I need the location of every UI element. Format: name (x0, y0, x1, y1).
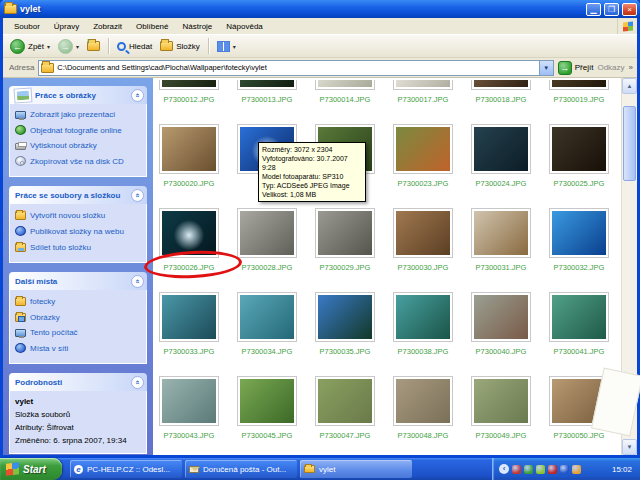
address-input[interactable]: C:\Documents and Settings\cad\Plocha\Wal… (38, 60, 553, 76)
file-thumbnail[interactable] (315, 208, 375, 258)
restore-button[interactable]: ❐ (604, 3, 619, 16)
task-print-pictures[interactable]: Vytisknout obrázky (15, 141, 143, 150)
file-name[interactable]: P7300030.JPG (393, 263, 453, 273)
file-name[interactable]: P7300049.JPG (471, 431, 531, 441)
place-network[interactable]: Místa v síti (15, 343, 143, 353)
file-name[interactable]: P7300032.JPG (549, 263, 609, 273)
file-name[interactable]: P7300014.JPG (315, 95, 375, 105)
file-name[interactable]: P7300023.JPG (393, 179, 453, 189)
search-button[interactable]: Hledat (114, 40, 155, 53)
file-thumbnail[interactable] (549, 124, 609, 174)
file-thumbnail[interactable] (315, 80, 375, 90)
file-name[interactable]: P7300035.JPG (315, 347, 375, 357)
panel-details-header[interactable]: Podrobnosti « (9, 373, 147, 391)
back-dropdown-icon[interactable]: ▾ (47, 43, 50, 50)
file-name[interactable]: P7300045.JPG (237, 431, 297, 441)
file-name[interactable]: P7300034.JPG (237, 347, 297, 357)
tray-icon-3[interactable] (536, 465, 545, 474)
file-thumbnail[interactable] (315, 376, 375, 426)
file-name[interactable]: P7300018.JPG (471, 95, 531, 105)
start-button[interactable]: Start (0, 458, 62, 480)
file-thumbnail[interactable] (393, 124, 453, 174)
folders-button[interactable]: Složky (157, 39, 203, 53)
file-name[interactable]: P7300017.JPG (393, 95, 453, 105)
taskbar-task-button[interactable]: ePC-HELP.CZ :: Odesl... (70, 460, 182, 478)
file-thumbnail[interactable] (315, 292, 375, 342)
file-name[interactable]: P7300031.JPG (471, 263, 531, 273)
file-name[interactable]: P7300029.JPG (315, 263, 375, 273)
file-thumbnail[interactable] (159, 292, 219, 342)
file-thumbnail[interactable] (159, 376, 219, 426)
file-thumbnail[interactable] (237, 208, 297, 258)
links-chevron-icon[interactable]: » (629, 63, 634, 72)
links-label[interactable]: Odkazy (597, 63, 624, 72)
collapse-chevron-icon[interactable]: « (131, 89, 144, 102)
collapse-chevron-icon[interactable]: « (131, 376, 144, 389)
minimize-button[interactable]: ▁ (586, 3, 601, 16)
file-name[interactable]: P7300038.JPG (393, 347, 453, 357)
file-name[interactable]: P7300028.JPG (237, 263, 297, 273)
menu-item-nástroje[interactable]: Nástroje (176, 20, 220, 33)
collapse-chevron-icon[interactable]: « (131, 189, 144, 202)
tray-chevron-icon[interactable]: ‹ (499, 464, 509, 474)
taskbar-clock[interactable]: 15:02 (612, 465, 632, 474)
file-thumbnail[interactable] (471, 376, 531, 426)
task-share-folder[interactable]: Sdílet tuto složku (15, 242, 143, 252)
file-name[interactable]: P7300019.JPG (549, 95, 609, 105)
up-button[interactable]: ↑ (84, 39, 103, 53)
address-path[interactable]: C:\Documents and Settings\cad\Plocha\Wal… (57, 63, 535, 72)
file-thumbnail[interactable] (471, 292, 531, 342)
file-name[interactable]: P7300025.JPG (549, 179, 609, 189)
file-name[interactable]: P7300048.JPG (393, 431, 453, 441)
task-view-slideshow[interactable]: Zobrazit jako prezentaci (15, 110, 143, 119)
file-thumbnail[interactable] (237, 292, 297, 342)
task-order-prints[interactable]: Objednat fotografie online (15, 125, 143, 135)
file-name[interactable]: P7300024.JPG (471, 179, 531, 189)
tray-icon-1[interactable] (512, 465, 521, 474)
file-thumbnail[interactable] (159, 124, 219, 174)
menu-item-zobrazit[interactable]: Zobrazit (86, 20, 129, 33)
file-thumbnail[interactable] (393, 208, 453, 258)
collapse-chevron-icon[interactable]: « (131, 275, 144, 288)
tray-icon-2[interactable] (524, 465, 533, 474)
forward-button[interactable]: → ▾ (55, 37, 82, 56)
file-name[interactable]: P7300047.JPG (315, 431, 375, 441)
task-copy-to-cd[interactable]: Zkopírovat vše na disk CD (15, 156, 143, 166)
file-thumbnail[interactable] (471, 208, 531, 258)
address-dropdown-icon[interactable]: ▼ (539, 61, 553, 75)
tray-icon-5[interactable] (560, 465, 569, 474)
file-name[interactable]: P7300043.JPG (159, 431, 219, 441)
panel-picture-tasks-header[interactable]: Práce s obrázky « (9, 86, 147, 104)
tray-icon-6[interactable] (572, 465, 581, 474)
scrollbar-thumb[interactable] (623, 106, 636, 181)
file-name[interactable]: P7300041.JPG (549, 347, 609, 357)
file-name[interactable]: P7300012.JPG (159, 95, 219, 105)
task-new-folder[interactable]: Vytvořit novou složku (15, 210, 143, 220)
back-button[interactable]: ← Zpět ▾ (7, 37, 53, 56)
taskbar-task-button[interactable]: vylet (300, 460, 412, 478)
file-name[interactable]: P7300020.JPG (159, 179, 219, 189)
go-button[interactable]: → Přejít (558, 61, 594, 75)
file-thumbnail[interactable] (549, 208, 609, 258)
file-name[interactable]: P7300033.JPG (159, 347, 219, 357)
panel-file-tasks-header[interactable]: Práce se soubory a složkou « (9, 186, 147, 204)
close-button[interactable]: × (622, 3, 637, 16)
file-thumbnail[interactable] (549, 80, 609, 90)
menu-item-oblíbené[interactable]: Oblíbené (129, 20, 175, 33)
task-publish-web[interactable]: Publikovat složky na webu (15, 226, 143, 236)
file-name[interactable]: P7300013.JPG (237, 95, 297, 105)
file-thumbnail[interactable] (471, 124, 531, 174)
file-thumbnail[interactable] (237, 376, 297, 426)
file-name[interactable]: P7300050.JPG (549, 431, 609, 441)
views-button[interactable]: ▾ (214, 39, 239, 54)
file-thumbnail[interactable] (393, 80, 453, 90)
file-thumbnail[interactable] (237, 80, 297, 90)
place-fotecky[interactable]: fotecky (15, 296, 143, 306)
panel-other-places-header[interactable]: Další místa « (9, 272, 147, 290)
menu-item-nápověda[interactable]: Nápověda (219, 20, 269, 33)
forward-dropdown-icon[interactable]: ▾ (76, 43, 79, 50)
file-thumbnail[interactable] (159, 80, 219, 90)
menu-item-úpravy[interactable]: Úpravy (47, 20, 86, 33)
place-my-computer[interactable]: Tento počítač (15, 328, 143, 337)
place-pictures[interactable]: Obrázky (15, 312, 143, 322)
